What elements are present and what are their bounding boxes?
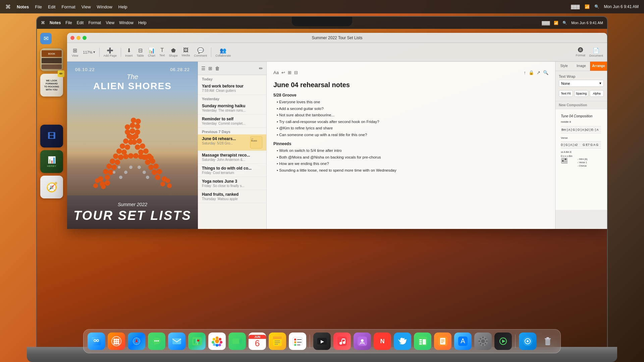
dock-maps-icon[interactable] xyxy=(188,333,206,350)
close-button[interactable] xyxy=(70,36,74,40)
apple-menu[interactable]: ⌘ xyxy=(5,4,11,10)
menu-view[interactable]: View xyxy=(82,4,91,9)
menu-window[interactable]: Window xyxy=(97,4,112,9)
inner-search[interactable]: 🔍 xyxy=(562,21,567,25)
toolbar-addpage-btn[interactable]: ➕ Add Page xyxy=(102,46,118,59)
toolbar-format-btn[interactable]: 🅐 Format xyxy=(574,46,587,58)
svg-point-4 xyxy=(106,164,112,169)
inner-help-menu[interactable]: Help xyxy=(138,20,147,25)
dock-finder-icon[interactable] xyxy=(88,333,105,350)
dock-safari-icon[interactable] xyxy=(128,333,145,350)
menu-file[interactable]: File xyxy=(35,4,42,9)
toolbar-collaborate-btn[interactable]: 👥 Collaborate xyxy=(214,46,232,59)
sidebar-filmstrip-icon[interactable]: 🎞 xyxy=(40,125,63,147)
dock-podcasts-icon[interactable] xyxy=(354,333,371,350)
toolbar-comment-btn[interactable]: 💬 Comment xyxy=(193,46,208,59)
detail-more-icon[interactable]: ↗ xyxy=(537,70,540,75)
dock-news-icon[interactable]: N xyxy=(374,333,391,350)
svg-point-3 xyxy=(108,170,113,175)
detail-grid-icon[interactable]: ⊟ xyxy=(294,70,298,75)
inner-window-menu[interactable]: Window xyxy=(119,20,133,25)
inner-format-menu[interactable]: Format xyxy=(88,20,101,25)
dock-appstore-icon[interactable]: A xyxy=(454,333,472,350)
svg-point-116 xyxy=(117,343,119,345)
svg-point-193 xyxy=(527,340,529,342)
toolbar-media-btn[interactable]: 🖼 Media xyxy=(180,46,192,58)
toolbar-document-btn[interactable]: 📄 Document xyxy=(588,46,604,59)
inspector-tab-image[interactable]: Image xyxy=(573,62,590,71)
inspector-alpha-btn[interactable]: Alpha xyxy=(590,90,604,97)
search-icon[interactable]: 🔍 xyxy=(594,4,599,9)
detail-lock-icon[interactable]: 🔒 xyxy=(529,70,534,75)
dock-twitter-icon[interactable] xyxy=(394,333,411,350)
toolbar-view-btn[interactable]: ⊞ View xyxy=(70,46,80,59)
maximize-button[interactable] xyxy=(83,36,87,40)
dock-reminders-icon[interactable] xyxy=(289,333,306,350)
dock-appletv-icon[interactable]: ▶ xyxy=(313,333,331,350)
detail-search-icon[interactable]: 🔍 xyxy=(543,70,548,75)
dock-numbers-icon[interactable] xyxy=(414,333,431,350)
dock-facetime-icon[interactable] xyxy=(228,333,246,350)
svg-point-96 xyxy=(562,160,564,162)
dock-finalcut-icon[interactable] xyxy=(494,333,512,350)
sidebar-book1-icon[interactable]: BOOK xyxy=(40,48,63,71)
svg-point-56 xyxy=(101,184,106,189)
list-compose-icon[interactable]: ✏ xyxy=(259,66,263,71)
detail-font-icon[interactable]: Aa xyxy=(273,70,279,75)
inspector-spacing-btn[interactable]: Spacing xyxy=(574,90,589,97)
list-icon-2[interactable]: ⊞ xyxy=(208,66,212,71)
dock-pages-icon[interactable] xyxy=(434,333,451,350)
inner-file-menu[interactable]: File xyxy=(65,20,72,25)
toolbar-text-btn[interactable]: T Text xyxy=(158,46,166,58)
inner-view-menu[interactable]: View xyxy=(106,20,114,25)
dock-calendar-icon[interactable]: JUN 6 xyxy=(249,333,266,350)
minimize-button[interactable] xyxy=(76,36,80,40)
dock-system-prefs-icon[interactable] xyxy=(474,333,492,350)
toolbar-shape-btn[interactable]: ⬟ Shape xyxy=(168,46,179,59)
pencil-icon[interactable]: ✏ xyxy=(58,70,64,77)
notes-item-things[interactable]: Things to do with old co... Friday Cool … xyxy=(198,164,266,177)
sidebar-compass-icon[interactable]: 🧭 xyxy=(40,176,63,198)
sidebar-book2-icon[interactable]: WE LOOKFORWARDTO ROCKINGWITH YOU xyxy=(40,74,63,97)
inner-edit-menu[interactable]: Edit xyxy=(77,20,84,25)
inspector-tab-style[interactable]: Style xyxy=(555,62,573,71)
menu-help[interactable]: Help xyxy=(118,4,127,9)
inner-notes-menu[interactable]: Notes xyxy=(50,20,61,25)
inspector-textwrap-select[interactable]: None ▾ xyxy=(559,80,604,87)
toolbar-zoom[interactable]: 117% ▾ xyxy=(82,50,96,54)
dock-notes-icon[interactable] xyxy=(269,333,286,350)
notes-item-yard-work[interactable]: Yard work before tour 7:59 AM Clean gutt… xyxy=(198,82,266,95)
inner-apple[interactable]: ⌘ xyxy=(41,20,45,25)
notes-item-haiku[interactable]: Sunday morning haiku Yesterday The strea… xyxy=(198,102,266,115)
toolbar-table-btn[interactable]: ⊟ Table xyxy=(136,46,146,59)
list-icon-3[interactable]: 🗑 xyxy=(215,66,220,71)
inspector-tab-arrange[interactable]: Arrange xyxy=(590,62,607,71)
dock-trash-icon[interactable] xyxy=(539,333,556,350)
notes-item-fruits[interactable]: Hand fruits, ranked Thursday Matsuu appl… xyxy=(198,190,266,203)
svg-point-64 xyxy=(118,166,120,169)
menu-edit[interactable]: Edit xyxy=(48,4,55,9)
mail-icon[interactable]: ✉ xyxy=(40,33,52,44)
dock-music-icon[interactable] xyxy=(333,333,351,350)
notes-item-yoga[interactable]: Yoga notes June 3 Friday So close to fin… xyxy=(198,177,266,190)
dock-mail-icon[interactable] xyxy=(168,333,185,350)
notes-item-reminder[interactable]: Reminder to self Yesterday Commit comple… xyxy=(198,115,266,128)
detail-format-icon[interactable]: ↩ xyxy=(281,70,285,75)
list-icon-1[interactable]: ☰ xyxy=(201,66,206,71)
svg-point-106 xyxy=(97,340,98,341)
menu-notes[interactable]: Notes xyxy=(17,4,29,9)
toolbar-chart-btn[interactable]: 📊 Chart xyxy=(147,46,157,59)
dock-photos-icon[interactable] xyxy=(208,333,226,350)
dock-launchpad-icon[interactable] xyxy=(108,333,125,350)
inspector-textfit-btn[interactable]: Text Fit xyxy=(559,90,573,97)
sidebar-chart-icon[interactable]: 📊 HERBY xyxy=(40,150,63,173)
menu-format[interactable]: Format xyxy=(61,4,75,9)
dock-proxyman-icon[interactable] xyxy=(519,333,536,350)
detail-share-icon[interactable]: ↑ xyxy=(524,70,526,75)
notes-item-massage[interactable]: Massage therapist reco... Saturday John … xyxy=(198,151,266,164)
toolbar-insert-btn[interactable]: ⬇ Insert xyxy=(124,46,134,59)
dock-messages-icon[interactable] xyxy=(148,333,165,350)
detail-table-icon[interactable]: ⊞ xyxy=(288,70,291,75)
svg-point-49 xyxy=(128,153,133,159)
notes-item-june04-active[interactable]: June 04 rehears... Saturday 5/28 Gro... … xyxy=(198,134,266,151)
